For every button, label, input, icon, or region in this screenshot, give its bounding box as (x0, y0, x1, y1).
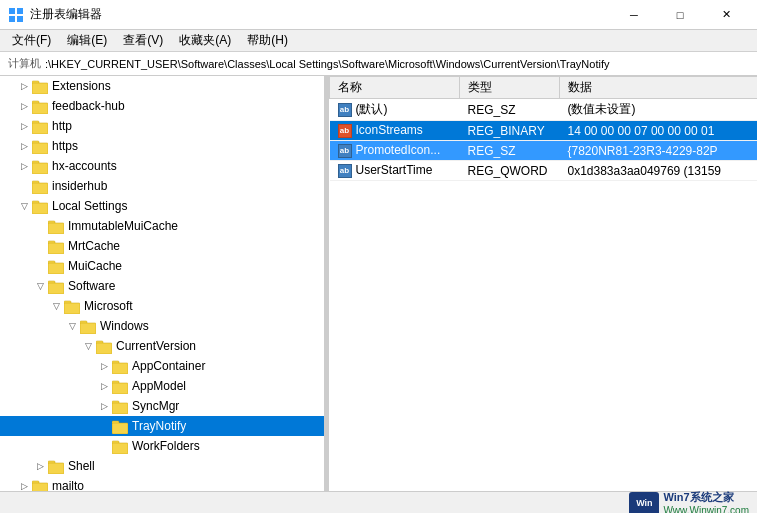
tree-item-label: Shell (68, 459, 95, 473)
close-button[interactable]: ✕ (703, 0, 749, 30)
tree-item[interactable]: ▷Extensions (0, 76, 324, 96)
tree-expand-btn[interactable]: ▷ (16, 158, 32, 174)
menu-help[interactable]: 帮助(H) (239, 30, 296, 51)
address-path[interactable]: \HKEY_CURRENT_USER\Software\Classes\Loca… (48, 58, 749, 70)
folder-icon (48, 220, 64, 232)
tree-item[interactable]: MuiCache (0, 256, 324, 276)
tree-expand-btn[interactable]: ▷ (16, 478, 32, 491)
reg-binary-icon: ab (338, 124, 352, 138)
tree-item[interactable]: ▽CurrentVersion (0, 336, 324, 356)
tree-expand-btn[interactable]: ▽ (32, 278, 48, 294)
svg-rect-43 (48, 463, 64, 474)
tree-item[interactable]: ▽Local Settings (0, 196, 324, 216)
tree-item-label: WorkFolders (132, 439, 200, 453)
tree-item-label: SyncMgr (132, 399, 179, 413)
cell-name-text: (默认) (356, 102, 388, 116)
svg-rect-33 (112, 363, 128, 374)
tree-item[interactable]: ImmutableMuiCache (0, 216, 324, 236)
tree-item[interactable]: TrayNotify (0, 416, 324, 436)
tree-item[interactable]: MrtCache (0, 236, 324, 256)
tree-item[interactable]: ▷http (0, 116, 324, 136)
menu-favorites[interactable]: 收藏夹(A) (171, 30, 239, 51)
maximize-button[interactable]: □ (657, 0, 703, 30)
tree-expand-btn[interactable] (32, 218, 48, 234)
tree-expand-btn[interactable]: ▷ (96, 398, 112, 414)
tree-item[interactable]: ▷https (0, 136, 324, 156)
app-icon (8, 7, 24, 23)
tree-item[interactable]: ▷hx-accounts (0, 156, 324, 176)
content-scroll[interactable]: 名称 类型 数据 ab(默认)REG_SZ(数值未设置)abIconStream… (329, 76, 757, 491)
col-name[interactable]: 名称 (330, 77, 460, 99)
tree-item[interactable]: ▽Windows (0, 316, 324, 336)
tree-expand-btn[interactable]: ▷ (16, 118, 32, 134)
tree-item[interactable]: ▽Microsoft (0, 296, 324, 316)
svg-rect-11 (32, 143, 48, 154)
tree-expand-btn[interactable] (16, 178, 32, 194)
tree-expand-btn[interactable]: ▽ (64, 318, 80, 334)
tree-item-label: CurrentVersion (116, 339, 196, 353)
col-type[interactable]: 类型 (460, 77, 560, 99)
tree-item[interactable]: WorkFolders (0, 436, 324, 456)
folder-icon (96, 340, 112, 352)
tree-item[interactable]: ▷SyncMgr (0, 396, 324, 416)
svg-rect-29 (80, 323, 96, 334)
svg-rect-17 (32, 203, 48, 214)
minimize-button[interactable]: ─ (611, 0, 657, 30)
tree-item-label: feedback-hub (52, 99, 125, 113)
tree-item[interactable]: ▷AppContainer (0, 356, 324, 376)
tree-scroll[interactable]: ▷Extensions▷feedback-hub▷http▷https▷hx-a… (0, 76, 324, 491)
cell-name-text: UserStartTime (356, 163, 433, 177)
tree-expand-btn[interactable]: ▷ (16, 78, 32, 94)
col-data[interactable]: 数据 (560, 77, 758, 99)
folder-icon (32, 200, 48, 212)
menu-edit[interactable]: 编辑(E) (59, 30, 115, 51)
tree-item[interactable]: ▷AppModel (0, 376, 324, 396)
tree-expand-btn[interactable] (96, 438, 112, 454)
table-row[interactable]: abIconStreamsREG_BINARY14 00 00 00 07 00… (330, 121, 758, 141)
svg-rect-41 (112, 443, 128, 454)
tree-item-label: Local Settings (52, 199, 127, 213)
cell-name-text: IconStreams (356, 123, 423, 137)
tree-item[interactable]: ▷mailto (0, 476, 324, 491)
svg-rect-25 (48, 283, 64, 294)
tree-expand-btn[interactable]: ▷ (32, 458, 48, 474)
svg-rect-0 (9, 8, 15, 14)
window-controls: ─ □ ✕ (611, 0, 749, 30)
menu-view[interactable]: 查看(V) (115, 30, 171, 51)
table-row[interactable]: ab(默认)REG_SZ(数值未设置) (330, 99, 758, 121)
tree-expand-btn[interactable]: ▷ (96, 378, 112, 394)
tree-item[interactable]: ▷feedback-hub (0, 96, 324, 116)
tree-item[interactable]: ▷Shell (0, 456, 324, 476)
table-row[interactable]: abUserStartTimeREG_QWORD0x1d383a3aa04976… (330, 161, 758, 181)
tree-item[interactable]: ▽Software (0, 276, 324, 296)
menu-bar: 文件(F) 编辑(E) 查看(V) 收藏夹(A) 帮助(H) (0, 30, 757, 52)
tree-item-label: Windows (100, 319, 149, 333)
menu-file[interactable]: 文件(F) (4, 30, 59, 51)
svg-rect-39 (112, 423, 128, 434)
tree-panel: ▷Extensions▷feedback-hub▷http▷https▷hx-a… (0, 76, 325, 491)
tree-item-label: MrtCache (68, 239, 120, 253)
tree-item[interactable]: insiderhub (0, 176, 324, 196)
folder-icon (112, 420, 128, 432)
tree-expand-btn[interactable] (32, 258, 48, 274)
tree-expand-btn[interactable]: ▷ (96, 358, 112, 374)
tree-expand-btn[interactable]: ▽ (80, 338, 96, 354)
tree-expand-btn[interactable] (96, 418, 112, 434)
watermark-url: Www.Winwin7.com (663, 505, 749, 514)
tree-expand-btn[interactable]: ▷ (16, 138, 32, 154)
tree-expand-btn[interactable]: ▽ (16, 198, 32, 214)
tree-expand-btn[interactable]: ▷ (16, 98, 32, 114)
title-bar: 注册表编辑器 ─ □ ✕ (0, 0, 757, 30)
tree-item-label: Software (68, 279, 115, 293)
tree-expand-btn[interactable]: ▽ (48, 298, 64, 314)
folder-icon (112, 360, 128, 372)
tree-expand-btn[interactable] (32, 238, 48, 254)
table-row[interactable]: abPromotedIcon...REG_SZ{7820NR81-23R3-42… (330, 141, 758, 161)
folder-icon (64, 300, 80, 312)
folder-icon (32, 140, 48, 152)
address-label: 计算机 (8, 56, 41, 71)
cell-name: abPromotedIcon... (330, 141, 460, 161)
status-bar: Win Win7系统之家 Www.Winwin7.com (0, 491, 757, 513)
content-panel: 名称 类型 数据 ab(默认)REG_SZ(数值未设置)abIconStream… (329, 76, 757, 491)
main-area: ▷Extensions▷feedback-hub▷http▷https▷hx-a… (0, 76, 757, 491)
